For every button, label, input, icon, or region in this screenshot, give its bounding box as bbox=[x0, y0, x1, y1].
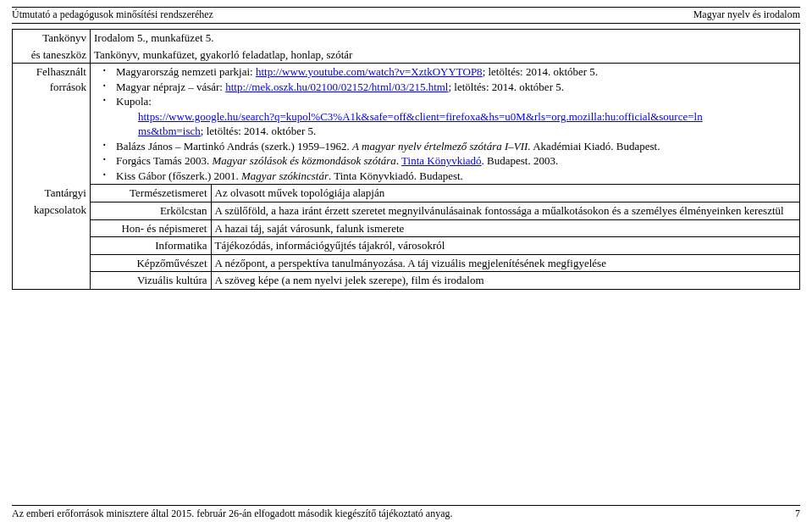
header-right: Magyar nyelv és irodalom bbox=[693, 8, 800, 21]
source-item-6: Kiss Gábor (főszerk.) 2001. Magyar szóki… bbox=[101, 169, 796, 184]
src5-link[interactable]: Tinta Könyvkiadó bbox=[401, 154, 482, 167]
cell-forrasok: Magyarország nemzeti parkjai: http://www… bbox=[91, 64, 800, 185]
src5-title: Magyar szólások és közmondások szótára bbox=[212, 154, 395, 167]
inner-mid-0: Természetismeret bbox=[91, 185, 211, 202]
inner-right-0: Az olvasott művek topológiája alapján bbox=[211, 185, 799, 202]
src4-pre: Balázs János – Martinkó András (szerk.) … bbox=[116, 140, 352, 153]
cell-tankonyv-2: Tankönyv, munkafüzet, gyakorló feladatla… bbox=[91, 47, 800, 64]
label-felhasznalt: Felhasznált források bbox=[13, 64, 91, 185]
main-table: Tankönyv Irodalom 5., munkafüzet 5. és t… bbox=[12, 29, 800, 290]
label-felhasznalt-1: Felhasznált bbox=[36, 65, 86, 78]
inner-right-1: A szülőföld, a haza iránt érzett szerete… bbox=[211, 202, 799, 220]
source-item-2: Magyar néprajz – vásár: http://mek.oszk.… bbox=[101, 80, 796, 95]
inner-right-4: A nézőpont, a perspektíva tanulmányozása… bbox=[211, 254, 799, 272]
src6-title: Magyar szókincstár bbox=[241, 169, 329, 182]
src2-link[interactable]: http://mek.oszk.hu/02100/02152/html/03/2… bbox=[225, 80, 448, 93]
source-item-1: Magyarország nemzeti parkjai: http://www… bbox=[101, 64, 796, 80]
src6-post: . Tinta Könyvkiadó. Budapest. bbox=[329, 169, 463, 182]
src3-link-a[interactable]: https://www.google.hu/search?q=kupol%C3%… bbox=[138, 110, 703, 123]
src1-link[interactable]: http://www.youtube.com/watch?v=XztkOYYTO… bbox=[256, 65, 483, 78]
footer-left: Az emberi erőforrások minisztere által 2… bbox=[12, 508, 452, 520]
cell-tankonyv-1: Irodalom 5., munkafüzet 5. bbox=[91, 30, 800, 47]
src1-post: ; letöltés: 2014. október 5. bbox=[483, 65, 598, 78]
label-tankonyv-2: és taneszköz bbox=[13, 47, 91, 64]
cell-tantargyi: Természetismeret Az olvasott művek topol… bbox=[91, 185, 800, 289]
src2-pre: Magyar néprajz – vásár: bbox=[116, 80, 225, 93]
inner-mid-1: Erkölcstan bbox=[91, 202, 211, 220]
source-item-4: Balázs János – Martinkó András (szerk.) … bbox=[101, 139, 796, 154]
footer: Az emberi erőforrások minisztere által 2… bbox=[0, 505, 812, 520]
src3-label: Kupola: bbox=[116, 95, 152, 108]
src2-post: ; letöltés: 2014. október 5. bbox=[448, 80, 563, 93]
page-number: 7 bbox=[795, 508, 800, 520]
src5-post: . Budapest. 2003. bbox=[482, 154, 559, 167]
label-tantargyi-1: Tantárgyi bbox=[13, 185, 90, 202]
src3-link-b[interactable]: ms&tbm=isch bbox=[138, 125, 201, 137]
src3-post: ; letöltés: 2014. október 5. bbox=[201, 125, 316, 137]
inner-mid-2: Hon- és népismeret bbox=[91, 219, 211, 237]
src1-pre: Magyarország nemzeti parkjai: bbox=[116, 65, 256, 78]
header-left: Útmutató a pedagógusok minősítési rendsz… bbox=[12, 8, 213, 21]
label-tantargyi-2: kapcsolatok bbox=[13, 202, 90, 219]
inner-table: Természetismeret Az olvasott művek topol… bbox=[91, 185, 799, 288]
label-tankonyv-1: Tankönyv bbox=[13, 30, 91, 47]
source-item-5: Forgács Tamás 2003. Magyar szólások és k… bbox=[101, 153, 796, 169]
inner-mid-4: Képzőművészet bbox=[91, 254, 211, 272]
src5-pre: Forgács Tamás 2003. bbox=[116, 154, 212, 167]
label-tantargyi: Tantárgyi kapcsolatok bbox=[13, 185, 91, 289]
inner-right-5: A szöveg képe (a nem nyelvi jelek szerep… bbox=[211, 272, 799, 289]
inner-right-3: Tájékozódás, információgyűjtés tájakról,… bbox=[211, 237, 799, 255]
source-item-3: Kupola: https://www.google.hu/search?q=k… bbox=[101, 94, 796, 139]
label-felhasznalt-2: források bbox=[50, 80, 86, 93]
inner-mid-3: Informatika bbox=[91, 237, 211, 255]
src6-pre: Kiss Gábor (főszerk.) 2001. bbox=[116, 169, 241, 182]
src4-title: A magyar nyelv értelmező szótára I–VII. bbox=[352, 140, 531, 153]
inner-right-2: A hazai táj, saját városunk, falunk isme… bbox=[211, 219, 799, 237]
src4-post: Akadémiai Kiadó. Budapest. bbox=[531, 140, 660, 153]
inner-mid-5: Vizuális kultúra bbox=[91, 272, 211, 289]
